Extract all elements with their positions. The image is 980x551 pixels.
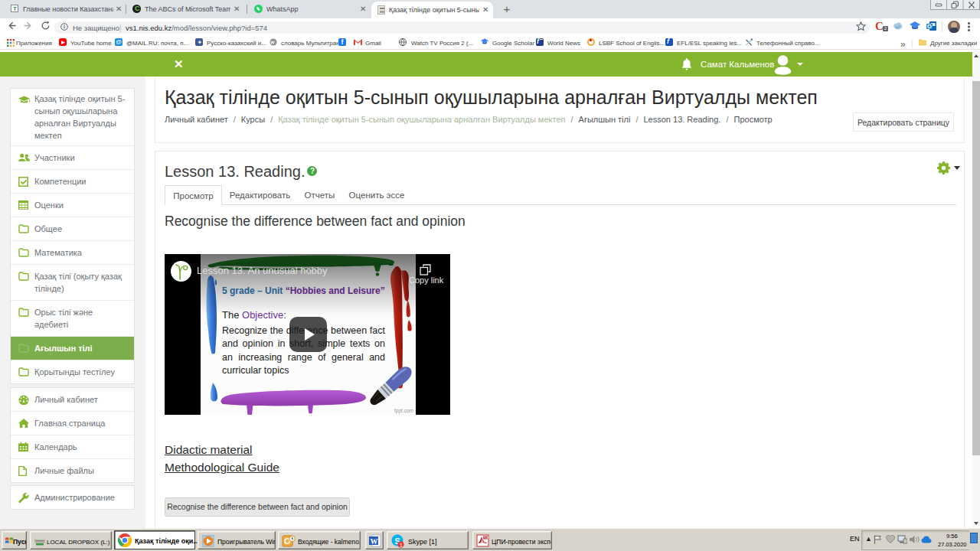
- svg-text:1: 1: [400, 542, 403, 549]
- svg-text:PDF: PDF: [484, 536, 489, 540]
- svg-text:W: W: [371, 537, 378, 546]
- svg-text:fppt.com: fppt.com: [394, 408, 413, 414]
